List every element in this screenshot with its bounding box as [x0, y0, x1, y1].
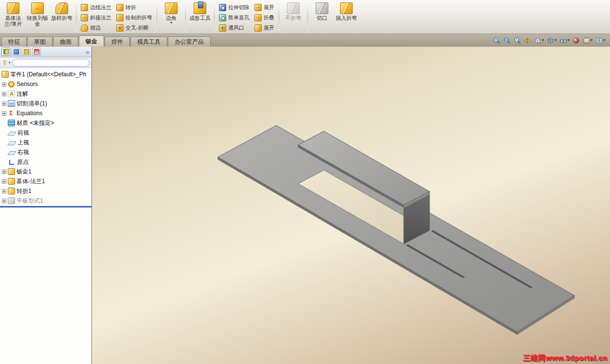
tree-item-label: 注解 — [17, 90, 28, 98]
tree-item-flat-pattern1[interactable]: 平板型式1 — [0, 196, 91, 206]
forming-tool-button[interactable]: 成形工具 — [188, 1, 212, 33]
sheet-metal-part-model[interactable] — [92, 47, 610, 364]
rip-icon — [316, 2, 328, 14]
ribbon-separator — [307, 2, 308, 32]
vent-icon — [219, 24, 226, 32]
display-style-icon[interactable]: ▾ — [547, 37, 556, 44]
tree-item-part1[interactable]: 零件1 (Default<<Default>_Ph — [0, 69, 91, 79]
hem-button[interactable]: 褶边 — [79, 23, 113, 33]
tab-features[interactable]: 特征 — [1, 36, 27, 47]
dimxpertmanager-tab[interactable] — [32, 48, 41, 56]
dropdown-caret[interactable]: ▾ — [542, 38, 544, 42]
lofted-bend-button[interactable]: 放样折弯 — [50, 1, 73, 33]
graphics-viewport[interactable]: 三维网www.3dportal.cn — [92, 47, 610, 364]
corner-button[interactable]: 边角 ▾ — [160, 1, 183, 33]
tab-sketch[interactable]: 草图 — [27, 36, 53, 47]
dropdown-caret[interactable]: ▾ — [555, 38, 556, 42]
configurationmanager-tab[interactable] — [22, 48, 31, 56]
tree-filter-input[interactable] — [12, 59, 90, 67]
miter-flange-button[interactable]: 斜接法兰 — [79, 13, 113, 22]
tree-item-front-plane[interactable]: 前视 — [0, 128, 91, 138]
tree-item-top-plane[interactable]: 上视 — [0, 138, 91, 147]
tab-weldments[interactable]: 焊件 — [105, 36, 130, 47]
tab-office-products[interactable]: 办公室产品 — [168, 36, 211, 47]
origin-icon — [9, 160, 14, 165]
expand-toggle[interactable] — [2, 82, 6, 87]
apply-scene-icon[interactable]: ▾ — [583, 37, 592, 44]
tree-item-material[interactable]: 材质 <未指定> — [0, 118, 91, 128]
rip-button[interactable]: 切口 — [310, 1, 334, 33]
tree-item-jog1[interactable]: 转折1 — [0, 186, 91, 196]
tree-item-label: 平板型式1 — [17, 197, 43, 205]
expand-toggle[interactable] — [2, 111, 6, 116]
tab-label: 特征 — [8, 38, 20, 46]
simple-hole-button[interactable]: 简单直孔 — [217, 13, 251, 22]
zoom-to-area-icon[interactable] — [503, 37, 511, 44]
tree-item-origin[interactable]: 原点 — [0, 157, 91, 167]
view-settings-icon[interactable]: ▾ — [595, 37, 605, 44]
tree-filter-row: ▾ — [0, 57, 91, 68]
expand-toggle[interactable] — [2, 102, 6, 106]
tree-item-label: 零件1 (Default<<Default>_Ph — [10, 70, 86, 79]
dropdown-caret[interactable]: ▾ — [591, 38, 592, 42]
filter-dropdown-caret[interactable]: ▾ — [9, 61, 11, 65]
tree-item-sheet-metal1[interactable]: 钣金1 — [0, 167, 91, 176]
section-view-icon[interactable] — [524, 37, 531, 44]
hide-show-items-icon[interactable]: ▾ — [559, 37, 570, 44]
featuremanager-tab[interactable] — [1, 48, 10, 56]
expand-toggle[interactable] — [2, 92, 6, 96]
tree-item-cut-list[interactable]: 切割清单(1) — [0, 99, 91, 108]
dropdown-caret[interactable]: ▾ — [568, 38, 570, 42]
fold-button-column: 展开 折叠 展开 — [252, 1, 276, 33]
zoom-previous-icon[interactable] — [514, 37, 521, 44]
jog-button[interactable]: 转折 — [114, 3, 154, 12]
tab-mold-tools[interactable]: 模具工具 — [130, 36, 167, 47]
button-label: 简单直孔 — [228, 14, 250, 21]
panel-tab-overflow[interactable]: » — [86, 49, 90, 55]
base-flange-button[interactable]: 基体法兰/薄片 — [1, 1, 25, 33]
button-label: 放样折弯 — [51, 15, 72, 21]
dropdown-caret[interactable]: ▾ — [603, 38, 605, 42]
convert-to-sheet-metal-button[interactable]: 转换到钣金 — [26, 1, 49, 33]
button-label: 展开 — [264, 24, 274, 32]
expand-toggle[interactable] — [2, 170, 6, 174]
tree-item-base-flange1[interactable]: 基体-法兰1 — [0, 176, 91, 186]
fold-button[interactable]: 折叠 — [252, 13, 276, 22]
vent-button[interactable]: 通风口 — [217, 23, 251, 33]
button-label: 边线法兰 — [90, 4, 111, 11]
tree-item-equations[interactable]: Equations — [0, 108, 91, 118]
tab-surfaces[interactable]: 曲面 — [53, 36, 78, 47]
edit-appearance-icon[interactable] — [573, 37, 580, 44]
expand-toggle[interactable] — [2, 199, 6, 203]
view-orientation-icon[interactable]: ▾ — [534, 37, 544, 44]
simple-hole-icon — [219, 14, 226, 21]
dimxpertmanager-icon — [34, 49, 39, 54]
rollback-bar[interactable] — [0, 206, 91, 208]
equations-icon — [8, 110, 15, 117]
base-flange-icon — [7, 2, 19, 14]
cross-break-button[interactable]: 交叉-折断 — [114, 23, 154, 33]
zoom-to-fit-icon[interactable] — [493, 37, 501, 44]
unfold-button[interactable]: 展开 — [252, 3, 276, 12]
tree-item-label: 切割清单(1) — [17, 100, 47, 108]
tree-item-right-plane[interactable]: 右视 — [0, 147, 91, 157]
tree-item-annotations[interactable]: 注解 — [0, 89, 91, 99]
sketched-bend-button[interactable]: 绘制的折弯 — [114, 13, 154, 22]
flatten-button[interactable]: 展开 — [252, 23, 276, 33]
propertymanager-tab[interactable] — [12, 48, 20, 56]
button-label: 褶边 — [90, 24, 101, 32]
expand-toggle[interactable] — [2, 179, 6, 184]
button-label: 转折 — [126, 4, 136, 11]
tab-label: 草图 — [34, 38, 46, 46]
edge-flange-button[interactable]: 边线法兰 — [79, 3, 113, 12]
tab-sheet-metal[interactable]: 钣金 — [79, 35, 104, 47]
filter-funnel-icon[interactable] — [2, 60, 7, 65]
insert-bends-button[interactable]: 插入折弯 — [335, 1, 358, 33]
button-label: 展开 — [264, 4, 274, 11]
expand-toggle[interactable] — [2, 189, 6, 193]
configurationmanager-icon — [24, 49, 29, 54]
extruded-cut-button[interactable]: 拉伸切除 — [217, 3, 251, 12]
corner-dropdown-caret[interactable]: ▾ — [170, 21, 172, 25]
tree-item-sensors[interactable]: Sensors — [0, 79, 91, 89]
tree-item-label: 前视 — [18, 129, 29, 137]
